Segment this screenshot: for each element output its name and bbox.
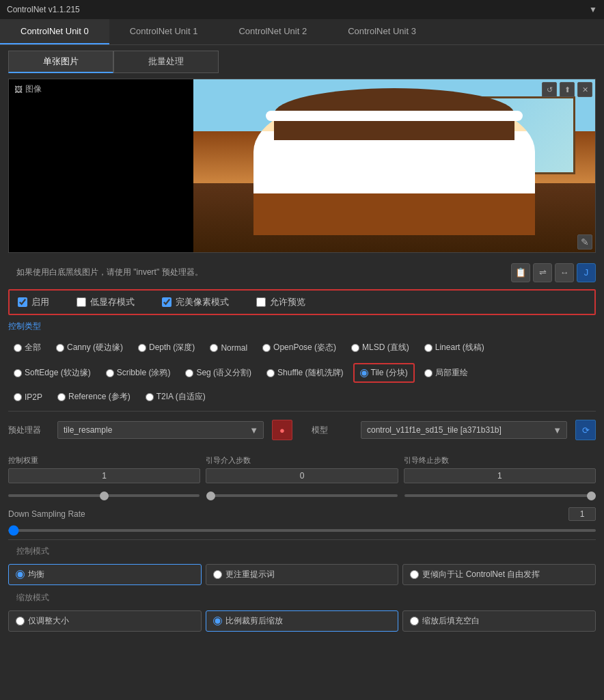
resize-fill[interactable]: 缩放后填充空白: [402, 610, 596, 632]
lowvram-checkbox[interactable]: 低显存模式: [77, 296, 135, 308]
control-weight-label: 控制权重: [8, 455, 200, 466]
ct-normal[interactable]: Normal: [204, 339, 253, 356]
image-left-panel: [9, 79, 193, 252]
down-sampling-row: Down Sampling Rate 1: [0, 504, 604, 524]
tab-unit-1[interactable]: ControlNet Unit 1: [109, 19, 219, 44]
mode-prompt[interactable]: 更注重提示词: [206, 564, 399, 585]
resize-mode-buttons: 仅调整大小 比例裁剪后缩放 缩放后填充空白: [0, 606, 604, 636]
control-mode-buttons: 均衡 更注重提示词 更倾向于让 ControlNet 自由发挥: [0, 560, 604, 589]
lowvram-input[interactable]: [77, 297, 86, 307]
hint-text: 如果使用白底黑线图片，请使用 "invert" 预处理器。: [8, 262, 211, 282]
ct-scribble[interactable]: Scribble (涂鸦): [100, 363, 176, 383]
main-tabs: ControlNet Unit 0 ControlNet Unit 1 Cont…: [0, 19, 604, 45]
preprocessor-dropdown[interactable]: tile_resample: [57, 421, 264, 439]
down-sampling-label: Down Sampling Rate: [8, 509, 562, 519]
sub-tab-batch[interactable]: 批量处理: [113, 51, 219, 73]
ct-shuffle[interactable]: Shuffle (随机洗牌): [261, 363, 348, 383]
ct-all[interactable]: 全部: [8, 339, 46, 356]
pixel-perfect-input[interactable]: [162, 297, 171, 307]
sub-tabs: 单张图片 批量处理: [0, 45, 604, 73]
three-sliders: [0, 487, 604, 504]
title-bar: ControlNet v1.1.215 ▼: [0, 0, 604, 19]
divider-2: [8, 539, 596, 540]
enable-input[interactable]: [18, 297, 27, 307]
action-buttons: 📋 ⇌ ↔ J: [511, 263, 596, 282]
copy-btn[interactable]: 📋: [511, 263, 530, 282]
allow-preview-input[interactable]: [256, 297, 266, 307]
ct-lineart[interactable]: Lineart (线稿): [419, 339, 490, 356]
slider-guidance-start: [206, 489, 398, 499]
three-params: 控制权重 1 引导介入步数 0 引导终止步数 1: [0, 451, 604, 487]
guidance-end-value: 1: [404, 468, 596, 483]
sub-tab-single[interactable]: 单张图片: [8, 51, 113, 73]
resize-mode-section: 缩放模式: [0, 589, 604, 606]
pixel-perfect-checkbox[interactable]: 完美像素模式: [162, 296, 229, 308]
guidance-end-label: 引导终止步数: [404, 455, 596, 466]
image-label: 🖼 图像: [14, 83, 42, 95]
preprocessor-model-section: 预处理器 tile_resample ▼ ● 模型 control_v11f1e…: [0, 414, 604, 451]
resize-crop-resize[interactable]: 比例裁剪后缩放: [206, 610, 399, 632]
ct-mlsd[interactable]: MLSD (直线): [346, 339, 415, 356]
mode-controlnet[interactable]: 更倾向于让 ControlNet 自由发挥: [402, 564, 596, 585]
image-right-panel[interactable]: 无痕智图 ↺ ⬆ ✕ ✎: [193, 79, 595, 252]
ct-openpose[interactable]: OpenPose (姿态): [257, 339, 342, 356]
resize-just-resize[interactable]: 仅调整大小: [8, 610, 202, 632]
guidance-start-value: 0: [206, 468, 398, 483]
preprocessor-dropdown-wrapper: tile_resample ▼: [57, 421, 264, 439]
model-dropdown[interactable]: control_v11f1e_sd15_tile [a371b31b]: [361, 421, 567, 439]
enable-checkbox[interactable]: 启用: [18, 296, 49, 308]
down-sampling-slider[interactable]: [8, 529, 596, 532]
resize-mode-label: 缩放模式: [8, 590, 57, 605]
guidance-start-slider[interactable]: [206, 494, 398, 497]
swap-btn[interactable]: ⇌: [533, 263, 552, 282]
control-type-row-2: SoftEdge (软边缘) Scribble (涂鸦) Seg (语义分割) …: [0, 360, 604, 386]
ct-softedge[interactable]: SoftEdge (软边缘): [8, 363, 96, 383]
tab-unit-0[interactable]: ControlNet Unit 0: [0, 19, 109, 44]
flip-btn[interactable]: ↔: [555, 263, 574, 282]
checkbox-row: 启用 低显存模式 完美像素模式 允许预览: [8, 289, 596, 315]
tab-unit-2[interactable]: ControlNet Unit 2: [218, 19, 327, 44]
tab-unit-3[interactable]: ControlNet Unit 3: [327, 19, 437, 44]
image-top-controls: ↺ ⬆ ✕: [542, 82, 592, 97]
ct-inpaint[interactable]: 局部重绘: [419, 363, 473, 383]
j-btn[interactable]: J: [577, 263, 596, 282]
ct-reference[interactable]: Reference (参考): [52, 388, 136, 405]
guidance-end-col: 引导终止步数 1: [404, 455, 596, 483]
image-icon: 🖼: [14, 85, 23, 94]
preprocessor-red-btn[interactable]: ●: [272, 420, 292, 440]
image-area: 🖼 图像 无痕智图 ↺ ⬆ ✕ ✎: [8, 79, 596, 253]
watermark: 无痕智图: [379, 161, 409, 171]
preprocessor-row: 预处理器 tile_resample ▼ ● 模型 control_v11f1e…: [8, 420, 596, 440]
model-refresh-btn[interactable]: ⟳: [575, 420, 596, 440]
model-dropdown-wrapper: control_v11f1e_sd15_tile [a371b31b] ▼: [361, 421, 567, 439]
model-label: 模型: [312, 425, 353, 436]
down-sampling-slider-row: [0, 524, 604, 534]
ct-ip2p[interactable]: IP2P: [8, 388, 48, 405]
control-type-row-3: IP2P Reference (参考) T2IA (自适应): [0, 386, 604, 408]
close-btn[interactable]: ✕: [577, 82, 592, 97]
control-weight-slider[interactable]: [8, 494, 200, 497]
divider-1: [8, 411, 596, 412]
ct-tile[interactable]: Tile (分块): [353, 363, 415, 383]
slider-guidance-end: [404, 489, 596, 499]
upload-btn[interactable]: ⬆: [560, 82, 575, 97]
hint-row: 如果使用白底黑线图片，请使用 "invert" 预处理器。 📋 ⇌ ↔ J: [0, 258, 604, 286]
control-weight-col: 控制权重 1: [8, 455, 200, 483]
allow-preview-checkbox[interactable]: 允许预览: [256, 296, 305, 308]
reset-btn[interactable]: ↺: [542, 82, 557, 97]
control-mode-section: 控制模式: [0, 543, 604, 560]
ct-seg[interactable]: Seg (语义分割): [180, 363, 257, 383]
collapse-arrow[interactable]: ▼: [589, 5, 597, 14]
control-mode-label: 控制模式: [8, 543, 57, 558]
ct-canny[interactable]: Canny (硬边缘): [51, 339, 128, 356]
ct-depth[interactable]: Depth (深度): [133, 339, 200, 356]
control-type-row-1: 全部 Canny (硬边缘) Depth (深度) Normal OpenPos…: [0, 335, 604, 360]
control-weight-value: 1: [8, 468, 200, 483]
guidance-start-col: 引导介入步数 0: [206, 455, 398, 483]
slider-control-weight: [8, 489, 200, 499]
ct-t2ia[interactable]: T2IA (自适应): [140, 388, 211, 405]
guidance-end-slider[interactable]: [404, 494, 596, 497]
pen-btn[interactable]: ✎: [577, 234, 592, 250]
mode-balanced[interactable]: 均衡: [8, 564, 202, 585]
control-type-label: 控制类型: [0, 318, 604, 335]
